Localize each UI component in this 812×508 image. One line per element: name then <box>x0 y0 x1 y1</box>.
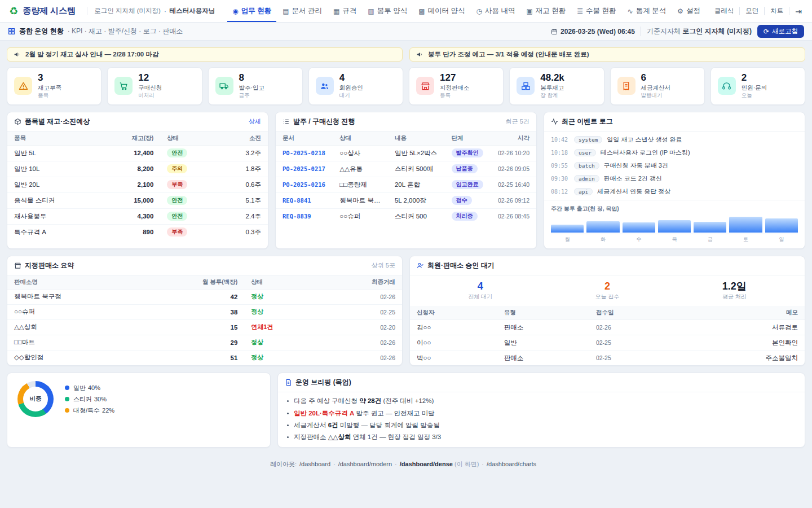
boxes-icon <box>517 77 535 95</box>
kpi-card-bag-inventory[interactable]: 48.2k봉투재고장 합계 <box>509 67 604 105</box>
kpi-value: 48.2k <box>540 73 564 84</box>
nav-item[interactable]: ▦ 규격 <box>328 0 361 22</box>
detail-link[interactable]: 상세 <box>249 117 261 126</box>
layout-link[interactable]: /dashboard/charts <box>487 461 536 467</box>
grid-icon <box>8 28 15 35</box>
panel-title: 회원·판매소 승인 대기 <box>417 261 495 270</box>
approval-stats: 4 전체 대기 2 오늘 접수 1.2일 평균 처리 <box>410 275 805 306</box>
depletion-weeks: 1.8주 <box>218 161 268 177</box>
orders-progress-panel: 발주 / 구매신청 진행 최근 5건 문서 상대 내용 단계 시각 PO-202… <box>275 112 537 249</box>
item-qty: 12,400 <box>100 145 160 161</box>
kpi-card-purchase-requests[interactable]: 12구매신청미처리 <box>107 67 202 105</box>
legend-item: 일반40% <box>65 384 114 392</box>
nav-item[interactable]: ◉ 업무 현황 <box>227 0 276 22</box>
breadcrumb: 종합 운영 현황 · KPI · 재고 · 발주/신청 · 로그 · 판매소 <box>8 27 183 36</box>
approvals-table: 신청자 유형 접수일 메모 김○○ 판매소 02-26 서류검토 <box>410 306 805 365</box>
nav-item-icon: ◷ <box>476 7 482 15</box>
order-doc-link[interactable]: REQ-8841 <box>283 197 311 204</box>
log-message: 판매소 코드 2건 갱신 <box>604 174 662 183</box>
refresh-icon: ⟳ <box>764 28 769 36</box>
order-doc-link[interactable]: PO-2025-0216 <box>283 181 325 188</box>
counterparty: ○○상사 <box>333 145 388 161</box>
nav-item-icon: ☰ <box>577 7 583 15</box>
refresh-button[interactable]: ⟳ 새로고침 <box>757 25 804 38</box>
depletion-weeks: 0.6주 <box>218 177 268 192</box>
kpi-card-orders-inbound[interactable]: 8발주·입고금주 <box>208 67 303 105</box>
layout-link[interactable]: /dashboard <box>299 461 330 467</box>
nav-item[interactable]: ☰ 수불 현황 <box>572 0 621 22</box>
nav-item[interactable]: ▤ 문서 관리 <box>277 0 327 22</box>
nav-item-label: 규격 <box>342 6 356 16</box>
order-desc: 스티커 500매 <box>388 161 445 177</box>
briefing-strong: △△상회 <box>328 433 351 440</box>
last-trade-date: 02-26 <box>321 350 402 365</box>
nav-item[interactable]: ∿ 통계 분석 <box>623 0 672 22</box>
order-doc-link[interactable]: PO-2025-0218 <box>283 150 325 156</box>
order-doc-link[interactable]: PO-2025-0217 <box>283 165 325 172</box>
outlet-name: ◇◇할인점 <box>7 350 139 365</box>
nav-item-label: 사용 내역 <box>485 6 515 16</box>
legend-dot <box>65 397 69 401</box>
applicant-type: 판매소 <box>497 351 589 366</box>
mix-legend: 일반40% 스티커30% 대형/특수22% <box>65 384 114 415</box>
layout-link[interactable]: /dashboard/modern <box>338 461 392 467</box>
memo: 서류검토 <box>677 320 805 335</box>
view-mode-link[interactable]: 차트 <box>765 7 789 15</box>
briefing-strong: 6건 <box>328 422 338 428</box>
headset-icon <box>718 77 736 95</box>
top-count-label: 상위 5곳 <box>372 261 395 270</box>
separator: · <box>395 461 397 467</box>
applicant-name: 김○○ <box>410 320 497 335</box>
briefing-pre: 세금계산서 <box>294 422 328 428</box>
log-message: 테스터사용자 로그인 (IP 마스킹) <box>601 148 690 157</box>
kpi-label: 지정판매소 <box>440 84 470 92</box>
dashboard-content: 2월 말 정기 재고 실사 안내 — 2/28 17:00 마감 봉투 단가 조… <box>0 41 812 476</box>
recent-count-label: 최근 5건 <box>506 117 529 126</box>
monthly-bags: 38 <box>139 304 244 319</box>
nav-item[interactable]: ▣ 재고 현황 <box>521 0 571 22</box>
order-desc: 스티커 500 <box>388 208 445 224</box>
counterparty: □□종량제 <box>333 177 388 192</box>
view-mode-link[interactable]: 클래식 <box>709 7 740 15</box>
stock-row: 재사용봉투 4,300 안전 2.4주 <box>7 208 268 224</box>
section-title: 종합 운영 현황 <box>19 27 64 36</box>
log-entry: 08:12 api 세금계산서 연동 응답 정상 <box>544 185 805 198</box>
legend-label: 일반 <box>73 384 86 391</box>
item-qty: 2,100 <box>100 177 160 192</box>
nav-item[interactable]: ◷ 사용 내역 <box>471 0 520 22</box>
depletion-weeks: 5.1주 <box>218 192 268 208</box>
received-date: 02-26 <box>589 320 677 335</box>
invoice-icon <box>617 77 636 95</box>
kpi-sublabel: 장 합계 <box>540 92 564 99</box>
kpi-card-tax-invoices[interactable]: 6세금계산서발행대기 <box>610 67 705 105</box>
log-time: 10:42 <box>551 137 570 143</box>
announcement-banners: 2월 말 정기 재고 실사 안내 — 2/28 17:00 마감 봉투 단가 조… <box>7 47 805 62</box>
sub-header: 종합 운영 현황 · KPI · 재고 · 발주/신청 · 로그 · 판매소 2… <box>0 23 812 41</box>
nav-item[interactable]: ⚙ 설정 <box>672 0 705 22</box>
counterparty: 행복마트 북… <box>333 192 388 208</box>
kpi-card-designated-outlets[interactable]: 127지정판매소등록 <box>409 67 504 105</box>
order-doc-link[interactable]: REQ-8839 <box>283 213 311 220</box>
approval-row: 박○○ 판매소 02-25 주소불일치 <box>410 351 805 366</box>
nav-item[interactable]: ▥ 봉투 양식 <box>363 0 412 22</box>
kpi-card-complaints[interactable]: 2민원·문의오늘 <box>710 67 805 105</box>
kpi-card-stock-shortage[interactable]: 3재고부족품목 <box>7 67 102 105</box>
last-trade-date: 02-25 <box>321 304 402 319</box>
kpi-card-member-approvals[interactable]: 4회원승인대기 <box>308 67 403 105</box>
nav-item[interactable]: ▩ 데이터 양식 <box>413 0 470 22</box>
exit-icon[interactable]: ⇥ <box>789 7 803 16</box>
item-name: 특수규격 A <box>7 224 100 240</box>
day-label: 토 <box>729 236 762 243</box>
layout-link[interactable]: /dashboard/dense <box>400 461 453 467</box>
kpi-sublabel: 품목 <box>38 92 61 99</box>
depletion-weeks: 2.4주 <box>218 208 268 224</box>
approval-row: 이○○ 일반 02-25 본인확인 <box>410 335 805 351</box>
panel-title: 최근 이벤트 로그 <box>551 117 613 126</box>
stock-row: 일반 20L 2,100 부족 0.6주 <box>7 177 268 192</box>
view-mode-link[interactable]: 모던 <box>740 7 765 15</box>
status-badge: 부족 <box>167 227 187 237</box>
announcement-banner: 2월 말 정기 재고 실사 안내 — 2/28 17:00 마감 <box>7 47 403 62</box>
outlet-row: ◇◇할인점 51 정상 02-26 <box>7 350 402 365</box>
event-log-panel: 최근 이벤트 로그 10:42 system 일일 재고 스냅샷 생성 완료 1… <box>544 112 805 249</box>
outlet-status: 정상 <box>251 354 263 361</box>
